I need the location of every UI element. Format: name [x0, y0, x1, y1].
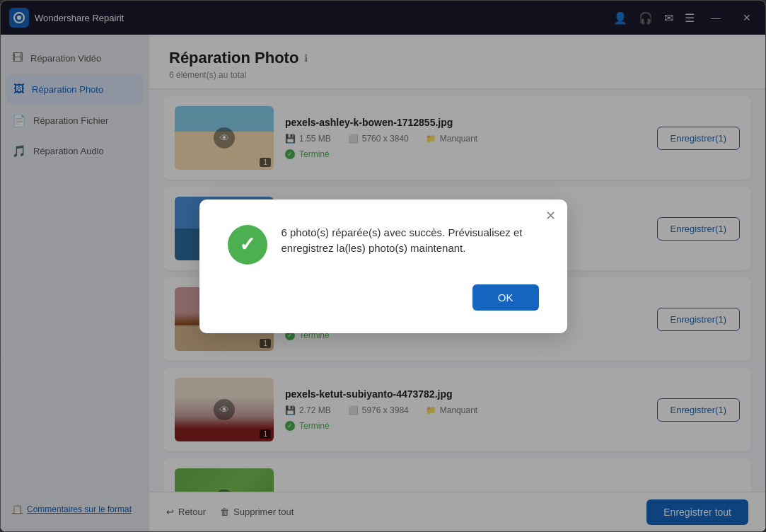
success-check-icon: ✓ [228, 225, 267, 265]
modal-footer: OK [228, 284, 539, 311]
modal-body: ✓ 6 photo(s) réparée(s) avec succès. Pré… [228, 225, 539, 265]
modal-message: 6 photo(s) réparée(s) avec succès. Prévi… [282, 225, 539, 257]
success-modal: ✕ ✓ 6 photo(s) réparée(s) avec succès. P… [199, 200, 567, 333]
modal-ok-button[interactable]: OK [472, 284, 539, 311]
modal-overlay: ✕ ✓ 6 photo(s) réparée(s) avec succès. P… [1, 1, 765, 531]
modal-close-button[interactable]: ✕ [545, 209, 556, 222]
